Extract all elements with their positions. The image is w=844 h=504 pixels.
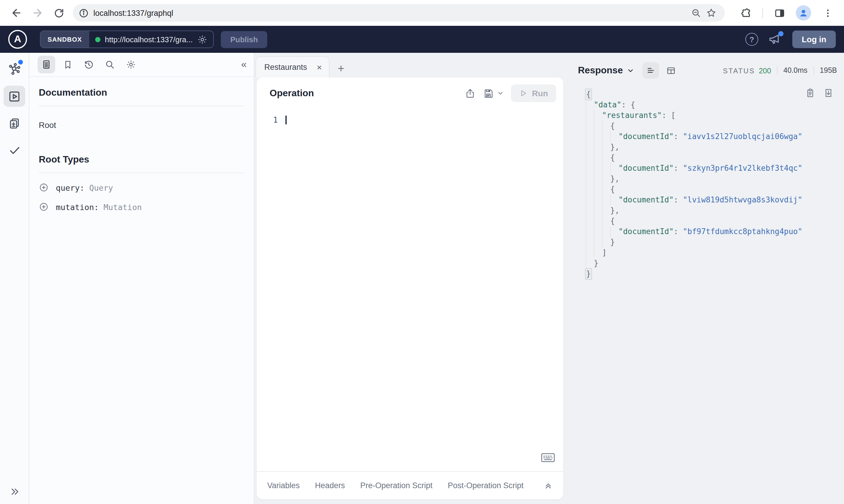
indent-guide (602, 152, 610, 163)
indent-guide (602, 216, 610, 227)
copy-response-button[interactable] (805, 88, 815, 98)
tab-pre-operation-script[interactable]: Pre-Operation Script (360, 481, 433, 490)
extensions-button[interactable] (737, 4, 755, 22)
checks-nav-button[interactable] (3, 140, 25, 161)
browser-menu-button[interactable] (819, 4, 837, 22)
meta-divider (777, 66, 778, 74)
json-line: } (586, 258, 837, 269)
json-line: { (586, 152, 837, 163)
download-response-button[interactable] (824, 88, 833, 98)
expand-footer-button[interactable] (544, 481, 553, 490)
json-line: "documentId": "szkyn3pr64r1v2lkebf3t4qc" (586, 163, 837, 174)
field-type[interactable]: Query (89, 183, 113, 192)
indent-guide (594, 152, 602, 163)
close-tab-icon[interactable]: × (315, 62, 323, 72)
collections-nav-button[interactable] (3, 113, 25, 134)
indent-guide (586, 184, 594, 195)
text-lines-icon (647, 66, 656, 75)
json-line: }, (586, 174, 837, 184)
json-line: }, (586, 142, 837, 152)
save-operation-button[interactable] (483, 88, 504, 99)
indent-guide (586, 205, 594, 216)
checkmark-icon (7, 143, 21, 157)
apollo-logo[interactable]: A (8, 30, 27, 49)
json-token-punct: } (585, 268, 592, 280)
chevron-down-icon (627, 67, 635, 74)
explorer-nav-button[interactable] (3, 86, 25, 107)
json-token-punct: }, (610, 205, 619, 216)
json-token-punct: { (610, 121, 615, 131)
indent-guide (586, 216, 594, 227)
root-types-title: Root Types (39, 154, 244, 165)
address-bar[interactable]: localhost:1337/graphql (73, 4, 725, 22)
expand-plus-icon[interactable] (39, 202, 49, 212)
help-button[interactable]: ? (745, 33, 758, 46)
site-info-icon[interactable] (79, 8, 89, 18)
docs-search-button[interactable] (101, 56, 119, 73)
publish-button[interactable]: Publish (221, 31, 267, 48)
response-title: Response (578, 65, 623, 76)
connection-settings-gear-icon[interactable] (197, 34, 207, 44)
raw-view-button[interactable] (643, 62, 659, 78)
documentation-tab-button[interactable] (38, 56, 55, 73)
indent-guide (602, 205, 610, 216)
indent-guide (586, 142, 594, 152)
indent-guide (602, 121, 610, 131)
keyboard-shortcuts-button[interactable] (541, 452, 555, 463)
announcements-button[interactable] (768, 32, 783, 46)
indent-guide (610, 195, 618, 205)
root-type-query-row[interactable]: query: Query (39, 182, 244, 193)
zoom-page-button[interactable] (688, 5, 704, 20)
indent-guide (586, 110, 594, 121)
login-button[interactable]: Log in (792, 31, 836, 48)
history-button[interactable] (80, 56, 98, 73)
new-tab-button[interactable]: + (338, 62, 344, 75)
expand-plus-icon[interactable] (39, 182, 49, 193)
explorer-settings-button[interactable] (122, 56, 140, 73)
schema-nav-button[interactable] (3, 59, 25, 80)
indent-guide (602, 195, 610, 205)
share-operation-button[interactable] (465, 88, 476, 99)
tab-post-operation-script[interactable]: Post-Operation Script (448, 481, 523, 490)
url-text[interactable]: localhost:1337/graphql (93, 8, 688, 17)
endpoint-url-text[interactable]: http://localhost:1337/gra... (105, 35, 193, 44)
field-type[interactable]: Mutation (104, 202, 142, 212)
endpoint-url-field[interactable]: http://localhost:1337/gra... (89, 31, 213, 48)
tab-restaurants[interactable]: Restaurants × (256, 56, 329, 77)
indent-guide (610, 227, 618, 237)
kebab-menu-icon (823, 8, 832, 18)
table-view-button[interactable] (663, 62, 679, 78)
back-button[interactable] (7, 4, 25, 22)
field-name: mutation: (56, 202, 99, 212)
connection-status-dot (95, 37, 100, 42)
side-panel-icon (774, 7, 785, 18)
profile-avatar[interactable] (796, 5, 811, 20)
operation-editor[interactable]: 1 (257, 109, 563, 471)
run-button[interactable]: Run (511, 85, 556, 102)
tab-label[interactable]: Restaurants (264, 63, 315, 72)
root-link[interactable]: Root (39, 120, 244, 130)
response-size: 195B (820, 66, 837, 74)
json-token-punct: ] (602, 248, 607, 258)
response-dropdown[interactable]: Response (578, 65, 635, 76)
save-floppy-icon (483, 88, 494, 99)
side-panel-button[interactable] (771, 4, 788, 22)
indent-guide (594, 248, 602, 258)
indent-guide (586, 152, 594, 163)
response-json[interactable]: {"data": {"restaurants": [{"documentId":… (578, 89, 837, 279)
tab-variables[interactable]: Variables (267, 481, 300, 490)
root-type-mutation-row[interactable]: mutation: Mutation (39, 202, 244, 212)
reload-button[interactable] (50, 4, 68, 22)
indent-guide (594, 205, 602, 216)
expand-rail-button[interactable] (0, 486, 29, 497)
json-token-str: "iavv1s2l27uoblqcjai06wga" (683, 131, 802, 142)
bookmarks-button[interactable] (59, 56, 76, 73)
bookmark-page-button[interactable] (704, 5, 719, 20)
tab-headers[interactable]: Headers (315, 481, 345, 490)
forward-button[interactable] (29, 4, 47, 22)
collapse-docs-button[interactable]: « (241, 59, 245, 70)
json-token-punct: : (674, 131, 683, 142)
json-token-punct: }, (610, 142, 619, 152)
browser-window: localhost:1337/graphql A (0, 0, 844, 504)
schema-notification-dot (18, 60, 23, 65)
